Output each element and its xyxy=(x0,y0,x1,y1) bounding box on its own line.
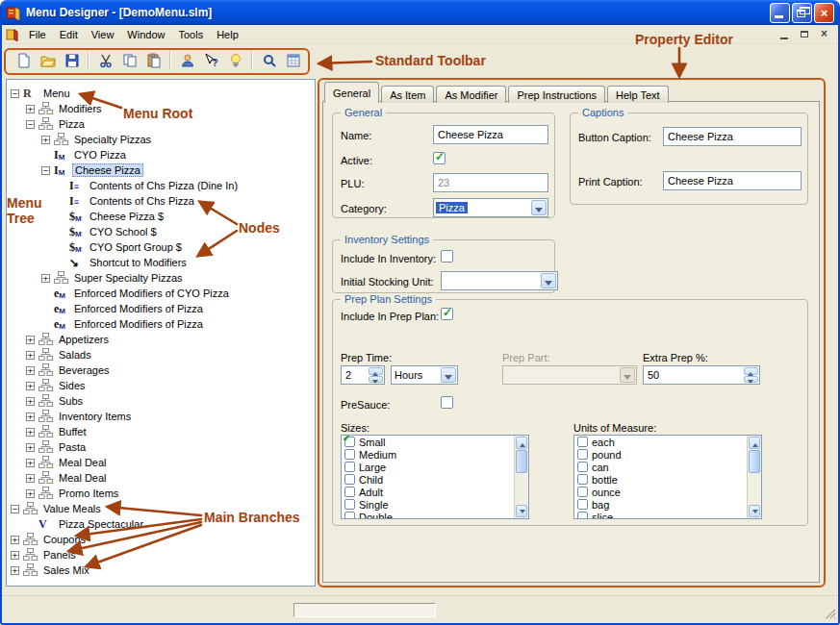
tree-item[interactable]: −IMCheese Pizza xyxy=(7,162,315,178)
expander-plus-icon[interactable]: + xyxy=(26,474,35,483)
tree-item[interactable]: VPizza Spectacular xyxy=(7,516,315,532)
expander-plus-icon[interactable]: + xyxy=(26,443,35,452)
expander-plus-icon[interactable]: + xyxy=(41,274,50,283)
menu-view[interactable]: View xyxy=(85,26,121,43)
tree-item[interactable]: −Pizza xyxy=(7,116,315,132)
tree-item[interactable]: $MCYO Sport Group $ xyxy=(7,239,315,255)
dropdown-arrow-icon[interactable] xyxy=(441,367,456,383)
tree-item[interactable]: eMEnforced Modifiers of Pizza xyxy=(7,301,315,316)
spin-up-icon[interactable] xyxy=(369,367,383,375)
units-scrollbar[interactable] xyxy=(747,436,761,518)
tree-item[interactable]: +Inventory Items xyxy=(7,409,315,424)
size-option[interactable]: Small xyxy=(342,436,528,448)
menu-tools[interactable]: Tools xyxy=(171,26,210,43)
tree-item[interactable]: +Salads xyxy=(7,347,315,362)
open-button[interactable] xyxy=(36,49,60,72)
prep-time-spinner[interactable]: 2 xyxy=(341,365,385,385)
spin-down-icon[interactable] xyxy=(744,376,758,384)
resize-grip[interactable] xyxy=(824,607,836,621)
tree-item[interactable]: ↘Shortcut to Modifiers xyxy=(7,255,315,270)
expander-plus-icon[interactable]: + xyxy=(26,382,35,390)
scroll-down-icon[interactable] xyxy=(516,505,527,517)
size-option[interactable]: Adult xyxy=(342,486,528,498)
checkbox[interactable] xyxy=(344,474,355,485)
expander-minus-icon[interactable]: − xyxy=(41,166,50,175)
expander-minus-icon[interactable]: − xyxy=(11,505,19,513)
save-button[interactable] xyxy=(60,49,84,72)
restore-button[interactable] xyxy=(792,3,812,23)
tree-item[interactable]: +Buffet xyxy=(7,424,315,439)
menu-file[interactable]: File xyxy=(22,26,53,43)
mdi-child-icon[interactable] xyxy=(6,28,19,41)
minimize-button[interactable] xyxy=(770,3,790,23)
user-button[interactable] xyxy=(175,49,199,72)
tree-item[interactable]: +Coupons xyxy=(7,532,315,547)
checkbox[interactable] xyxy=(577,499,588,510)
tree-item[interactable]: I≡Contents of Chs Pizza (Dine In) xyxy=(7,178,315,193)
expander-plus-icon[interactable]: + xyxy=(26,459,35,467)
stocking-unit-dropdown[interactable] xyxy=(441,271,558,290)
checkbox[interactable] xyxy=(577,487,588,497)
spin-down-icon[interactable] xyxy=(369,376,383,384)
checkbox[interactable] xyxy=(344,512,355,519)
tree-item[interactable]: +Pasta xyxy=(7,439,315,455)
tree-item[interactable]: +Meal Deal xyxy=(7,455,315,470)
unit-option[interactable]: bag xyxy=(574,498,761,511)
menu-window[interactable]: Window xyxy=(120,26,171,43)
unit-option[interactable]: slice xyxy=(574,511,761,519)
size-option[interactable]: Large xyxy=(342,461,528,473)
mdi-close-button[interactable]: × xyxy=(816,28,832,41)
tree-item[interactable]: +Meal Deal xyxy=(7,470,315,486)
copy-button[interactable] xyxy=(117,49,141,72)
units-listbox[interactable]: eachpoundcanbottleouncebagslice xyxy=(573,435,762,519)
size-option[interactable]: Medium xyxy=(342,448,528,461)
dropdown-arrow-icon[interactable] xyxy=(531,200,547,215)
mdi-minimize-button[interactable] xyxy=(777,28,794,41)
expander-plus-icon[interactable]: + xyxy=(26,336,35,344)
tab-prep-instructions[interactable]: Prep Instructions xyxy=(508,86,605,103)
expander-minus-icon[interactable]: − xyxy=(11,89,19,98)
expander-plus-icon[interactable]: + xyxy=(11,566,19,575)
tree-item[interactable]: I≡Contents of Chs Pizza xyxy=(7,193,315,209)
active-checkbox[interactable] xyxy=(433,152,445,164)
scroll-up-icon[interactable] xyxy=(749,437,760,449)
tree-item[interactable]: +Beverages xyxy=(7,362,315,378)
sizes-scrollbar[interactable] xyxy=(514,436,528,518)
checkbox[interactable] xyxy=(577,462,588,472)
tree-item[interactable]: +Specialty Pizzas xyxy=(7,132,315,147)
button-caption-input[interactable] xyxy=(663,127,802,146)
tree-item[interactable]: +Modifiers xyxy=(7,101,315,116)
expander-plus-icon[interactable]: + xyxy=(41,136,50,144)
tree-item[interactable]: IMCYO Pizza xyxy=(7,147,315,162)
tab-general[interactable]: General xyxy=(324,82,379,103)
checkbox[interactable] xyxy=(344,462,355,472)
scroll-down-icon[interactable] xyxy=(749,505,760,517)
expander-plus-icon[interactable]: + xyxy=(26,412,35,421)
scroll-up-icon[interactable] xyxy=(516,437,527,449)
tree-item[interactable]: +Promo Items xyxy=(7,486,315,501)
expander-minus-icon[interactable]: − xyxy=(26,120,35,129)
tree-item[interactable]: $MCheese Pizza $ xyxy=(7,209,315,224)
tree-item[interactable]: +Appetizers xyxy=(7,332,315,347)
category-dropdown[interactable]: Pizza xyxy=(433,198,548,217)
search-button[interactable] xyxy=(257,49,281,72)
tree-item[interactable]: $MCYO School $ xyxy=(7,224,315,239)
extra-prep-spinner[interactable]: 50 xyxy=(643,365,760,385)
tree-item[interactable]: eMEnforced Modifiers of CYO Pizza xyxy=(7,286,315,301)
tab-as-modifier[interactable]: As Modifier xyxy=(436,86,506,103)
size-option[interactable]: Double xyxy=(342,511,528,519)
tab-as-item[interactable]: As Item xyxy=(381,86,434,103)
checkbox[interactable] xyxy=(344,487,355,497)
new-button[interactable] xyxy=(12,49,36,72)
spin-up-icon[interactable] xyxy=(744,367,758,375)
presauce-checkbox[interactable] xyxy=(441,396,453,409)
expander-plus-icon[interactable]: + xyxy=(26,489,35,498)
unit-option[interactable]: ounce xyxy=(574,486,761,498)
tab-help-text[interactable]: Help Text xyxy=(607,86,669,103)
menu-edit[interactable]: Edit xyxy=(53,26,85,43)
scroll-thumb[interactable] xyxy=(516,450,527,473)
unit-option[interactable]: can xyxy=(574,461,761,473)
tip-button[interactable] xyxy=(223,49,247,72)
unit-option[interactable]: each xyxy=(574,436,761,448)
plu-input[interactable] xyxy=(433,173,548,192)
